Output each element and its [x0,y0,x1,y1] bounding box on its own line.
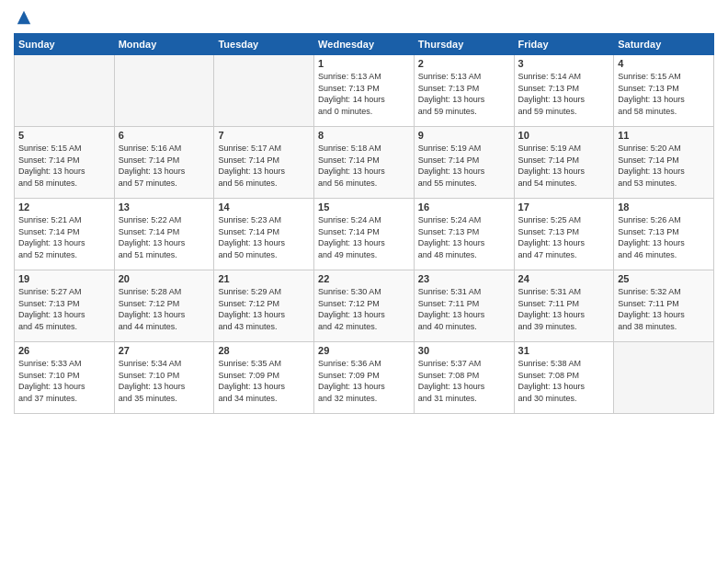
day-info: Sunrise: 5:13 AM Sunset: 7:13 PM Dayligh… [318,71,410,117]
weekday-header-monday: Monday [114,34,214,55]
day-info: Sunrise: 5:33 AM Sunset: 7:10 PM Dayligh… [18,358,110,404]
svg-marker-0 [17,11,30,24]
day-cell: 9Sunrise: 5:19 AM Sunset: 7:14 PM Daylig… [414,127,514,199]
day-cell: 17Sunrise: 5:25 AM Sunset: 7:13 PM Dayli… [514,199,614,270]
day-cell: 31Sunrise: 5:38 AM Sunset: 7:08 PM Dayli… [514,342,614,414]
weekday-header-sunday: Sunday [15,34,115,55]
header [14,9,714,26]
day-info: Sunrise: 5:29 AM Sunset: 7:12 PM Dayligh… [218,286,310,332]
day-number: 26 [18,345,110,356]
week-row-1: 1Sunrise: 5:13 AM Sunset: 7:13 PM Daylig… [15,55,714,127]
week-row-3: 12Sunrise: 5:21 AM Sunset: 7:14 PM Dayli… [15,199,714,270]
day-info: Sunrise: 5:38 AM Sunset: 7:08 PM Dayligh… [518,358,610,404]
day-number: 18 [618,201,710,213]
day-cell [614,342,714,414]
calendar-page: SundayMondayTuesdayWednesdayThursdayFrid… [0,0,728,563]
day-info: Sunrise: 5:21 AM Sunset: 7:14 PM Dayligh… [18,214,110,260]
day-info: Sunrise: 5:14 AM Sunset: 7:13 PM Dayligh… [518,71,610,117]
day-info: Sunrise: 5:30 AM Sunset: 7:12 PM Dayligh… [318,286,410,332]
day-cell: 14Sunrise: 5:23 AM Sunset: 7:14 PM Dayli… [214,199,314,270]
day-info: Sunrise: 5:34 AM Sunset: 7:10 PM Dayligh… [119,358,210,404]
day-number: 22 [318,273,410,284]
weekday-header-wednesday: Wednesday [314,34,415,55]
day-cell: 8Sunrise: 5:18 AM Sunset: 7:14 PM Daylig… [314,127,415,199]
day-cell: 1Sunrise: 5:13 AM Sunset: 7:13 PM Daylig… [314,55,415,127]
day-cell: 10Sunrise: 5:19 AM Sunset: 7:14 PM Dayli… [514,127,614,199]
day-info: Sunrise: 5:17 AM Sunset: 7:14 PM Dayligh… [218,143,310,189]
day-number: 14 [218,201,310,213]
day-number: 13 [119,201,210,213]
day-info: Sunrise: 5:35 AM Sunset: 7:09 PM Dayligh… [218,358,310,404]
day-info: Sunrise: 5:36 AM Sunset: 7:09 PM Dayligh… [318,358,410,404]
day-cell: 11Sunrise: 5:20 AM Sunset: 7:14 PM Dayli… [614,127,714,199]
day-cell: 6Sunrise: 5:16 AM Sunset: 7:14 PM Daylig… [114,127,214,199]
day-info: Sunrise: 5:37 AM Sunset: 7:08 PM Dayligh… [418,358,510,404]
day-info: Sunrise: 5:19 AM Sunset: 7:14 PM Dayligh… [518,143,610,189]
day-info: Sunrise: 5:24 AM Sunset: 7:13 PM Dayligh… [418,214,510,260]
day-cell [114,55,214,127]
day-info: Sunrise: 5:18 AM Sunset: 7:14 PM Dayligh… [318,143,410,189]
day-cell: 16Sunrise: 5:24 AM Sunset: 7:13 PM Dayli… [414,199,514,270]
day-number: 29 [318,345,410,356]
day-info: Sunrise: 5:26 AM Sunset: 7:13 PM Dayligh… [618,214,710,260]
day-cell: 22Sunrise: 5:30 AM Sunset: 7:12 PM Dayli… [314,270,415,342]
day-cell: 5Sunrise: 5:15 AM Sunset: 7:14 PM Daylig… [15,127,115,199]
day-cell: 30Sunrise: 5:37 AM Sunset: 7:08 PM Dayli… [414,342,514,414]
day-number: 7 [218,130,310,141]
day-cell: 19Sunrise: 5:27 AM Sunset: 7:13 PM Dayli… [15,270,115,342]
day-cell: 23Sunrise: 5:31 AM Sunset: 7:11 PM Dayli… [414,270,514,342]
calendar-table: SundayMondayTuesdayWednesdayThursdayFrid… [14,33,714,414]
day-number: 20 [119,273,210,284]
day-cell: 24Sunrise: 5:31 AM Sunset: 7:11 PM Dayli… [514,270,614,342]
logo [14,9,32,26]
day-info: Sunrise: 5:32 AM Sunset: 7:11 PM Dayligh… [618,286,710,332]
day-info: Sunrise: 5:15 AM Sunset: 7:14 PM Dayligh… [18,143,110,189]
weekday-header-thursday: Thursday [414,34,514,55]
week-row-5: 26Sunrise: 5:33 AM Sunset: 7:10 PM Dayli… [15,342,714,414]
day-number: 30 [418,345,510,356]
day-cell [214,55,314,127]
day-cell: 27Sunrise: 5:34 AM Sunset: 7:10 PM Dayli… [114,342,214,414]
day-cell: 4Sunrise: 5:15 AM Sunset: 7:13 PM Daylig… [614,55,714,127]
day-cell: 28Sunrise: 5:35 AM Sunset: 7:09 PM Dayli… [214,342,314,414]
day-number: 21 [218,273,310,284]
day-number: 25 [618,273,710,284]
day-info: Sunrise: 5:20 AM Sunset: 7:14 PM Dayligh… [618,143,710,189]
day-info: Sunrise: 5:31 AM Sunset: 7:11 PM Dayligh… [418,286,510,332]
day-cell: 13Sunrise: 5:22 AM Sunset: 7:14 PM Dayli… [114,199,214,270]
day-info: Sunrise: 5:16 AM Sunset: 7:14 PM Dayligh… [119,143,210,189]
day-number: 9 [418,130,510,141]
day-cell [15,55,115,127]
day-number: 10 [518,130,610,141]
day-cell: 2Sunrise: 5:13 AM Sunset: 7:13 PM Daylig… [414,55,514,127]
day-cell: 3Sunrise: 5:14 AM Sunset: 7:13 PM Daylig… [514,55,614,127]
day-cell: 20Sunrise: 5:28 AM Sunset: 7:12 PM Dayli… [114,270,214,342]
day-info: Sunrise: 5:13 AM Sunset: 7:13 PM Dayligh… [418,71,510,117]
day-number: 15 [318,201,410,213]
day-number: 23 [418,273,510,284]
day-cell: 12Sunrise: 5:21 AM Sunset: 7:14 PM Dayli… [15,199,115,270]
day-info: Sunrise: 5:22 AM Sunset: 7:14 PM Dayligh… [119,214,210,260]
day-number: 4 [618,58,710,69]
day-cell: 7Sunrise: 5:17 AM Sunset: 7:14 PM Daylig… [214,127,314,199]
day-number: 2 [418,58,510,69]
day-info: Sunrise: 5:15 AM Sunset: 7:13 PM Dayligh… [618,71,710,117]
day-info: Sunrise: 5:27 AM Sunset: 7:13 PM Dayligh… [18,286,110,332]
day-number: 11 [618,130,710,141]
day-cell: 21Sunrise: 5:29 AM Sunset: 7:12 PM Dayli… [214,270,314,342]
day-info: Sunrise: 5:31 AM Sunset: 7:11 PM Dayligh… [518,286,610,332]
day-info: Sunrise: 5:23 AM Sunset: 7:14 PM Dayligh… [218,214,310,260]
day-number: 3 [518,58,610,69]
day-cell: 29Sunrise: 5:36 AM Sunset: 7:09 PM Dayli… [314,342,415,414]
logo-icon [16,9,32,26]
day-number: 6 [119,130,210,141]
day-number: 31 [518,345,610,356]
day-number: 5 [18,130,110,141]
day-number: 8 [318,130,410,141]
day-number: 19 [18,273,110,284]
weekday-header-tuesday: Tuesday [214,34,314,55]
day-info: Sunrise: 5:25 AM Sunset: 7:13 PM Dayligh… [518,214,610,260]
day-number: 24 [518,273,610,284]
day-cell: 26Sunrise: 5:33 AM Sunset: 7:10 PM Dayli… [15,342,115,414]
day-number: 12 [18,201,110,213]
